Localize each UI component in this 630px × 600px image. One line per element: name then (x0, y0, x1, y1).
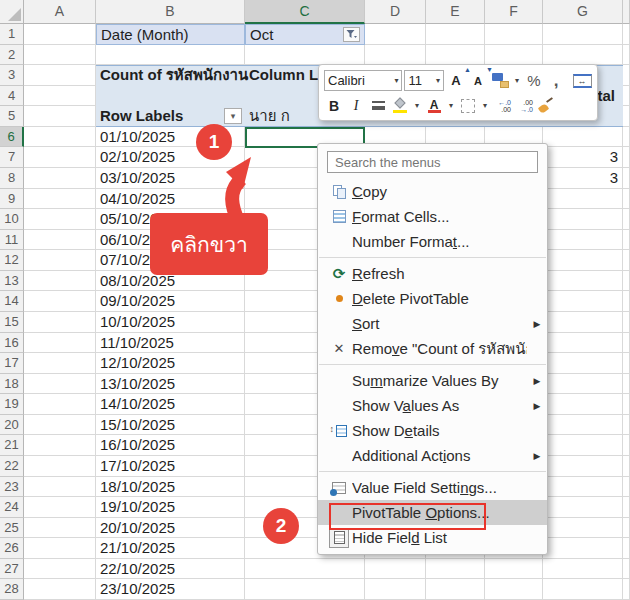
menu-item-refresh[interactable]: ⟳Refresh (318, 261, 547, 286)
date-cell[interactable]: 14/10/2025 (96, 394, 245, 415)
row-header-15[interactable]: 15 (0, 312, 24, 333)
date-cell[interactable]: 15/10/2025 (96, 415, 245, 436)
row-header-11[interactable]: 11 (0, 230, 24, 251)
menu-separator (319, 257, 546, 258)
menu-item-delete-pivottable[interactable]: Delete PivotTable (318, 286, 547, 311)
row-header-26[interactable]: 26 (0, 538, 24, 559)
date-cell[interactable]: 21/10/2025 (96, 538, 245, 559)
select-all-corner[interactable] (0, 0, 24, 24)
grow-font-button[interactable]: A▲ (446, 70, 466, 91)
row-header-22[interactable]: 22 (0, 456, 24, 477)
column-header-A[interactable]: A (24, 0, 96, 24)
grand-total-value[interactable]: 3 (543, 147, 623, 168)
pivottable-options-highlight-box (329, 503, 486, 530)
column-header-D[interactable]: D (365, 0, 426, 24)
shrink-font-button[interactable]: A▼ (468, 70, 488, 91)
date-cell[interactable]: 11/10/2025 (96, 333, 245, 354)
date-cell[interactable]: 19/10/2025 (96, 497, 245, 518)
row-header-24[interactable]: 24 (0, 497, 24, 518)
row-header-8[interactable]: 8 (0, 168, 24, 189)
row-labels-dropdown-button[interactable]: ▾ (224, 108, 242, 124)
decrease-decimal-button[interactable]: .00→.0 (514, 95, 534, 116)
chevron-down-icon[interactable]: ▾ (512, 76, 522, 85)
date-cell[interactable]: 12/10/2025 (96, 353, 245, 374)
date-cell[interactable]: 20/10/2025 (96, 518, 245, 539)
row-header-5[interactable]: 5 (0, 106, 24, 127)
column-header-E[interactable]: E (426, 0, 485, 24)
row-header-9[interactable]: 9 (0, 189, 24, 210)
menu-item-number-format[interactable]: Number Format... (318, 229, 547, 254)
column-header-partial[interactable] (623, 0, 630, 24)
row-header-25[interactable]: 25 (0, 518, 24, 539)
chevron-down-icon[interactable]: ▾ (446, 101, 456, 110)
font-size-combo[interactable]: 11 ▾ (404, 70, 444, 91)
font-name-combo[interactable]: Calibri ▾ (324, 70, 402, 91)
row-header-13[interactable]: 13 (0, 271, 24, 292)
comma-style-button[interactable]: , (546, 70, 566, 91)
date-cell[interactable]: 03/10/2025 (96, 168, 245, 189)
menu-item-label: Remove "Count of รหัสพนักงาน" (352, 337, 527, 361)
date-cell[interactable]: 04/10/2025 (96, 189, 245, 210)
menu-item-additional-actions[interactable]: Additional Actions▶ (318, 443, 547, 468)
row-header-28[interactable]: 28 (0, 579, 24, 600)
date-cell[interactable]: 18/10/2025 (96, 477, 245, 498)
date-cell[interactable]: 23/10/2025 (96, 579, 245, 600)
chevron-down-icon[interactable]: ▾ (480, 101, 490, 110)
pivot-filter-field-cell[interactable]: Date (Month) (96, 24, 245, 45)
menu-item-value-field-settings[interactable]: Value Field Settings... (318, 475, 547, 500)
date-cell[interactable]: 16/10/2025 (96, 435, 245, 456)
row-header-1[interactable]: 1 (0, 24, 24, 45)
font-color-button[interactable]: A (424, 95, 444, 116)
menu-item-sort[interactable]: Sort▶ (318, 311, 547, 336)
percent-style-button[interactable]: % (524, 70, 544, 91)
row-header-27[interactable]: 27 (0, 559, 24, 580)
menu-item-show-details[interactable]: ↕Show Details (318, 418, 547, 443)
borders-button[interactable] (458, 95, 478, 116)
date-cell[interactable]: 22/10/2025 (96, 559, 245, 580)
row-header-14[interactable]: 14 (0, 291, 24, 312)
row-header-2[interactable]: 2 (0, 45, 24, 66)
details-icon: ↕ (326, 425, 352, 437)
row-header-18[interactable]: 18 (0, 374, 24, 395)
row-header-12[interactable]: 12 (0, 250, 24, 271)
column-header-G[interactable]: G (543, 0, 623, 24)
increase-decimal-button[interactable]: ←.0.00 (492, 95, 512, 116)
row-header-7[interactable]: 7 (0, 147, 24, 168)
date-cell[interactable]: 09/10/2025 (96, 291, 245, 312)
menu-item-remove-count-of[interactable]: ✕Remove "Count of รหัสพนักงาน" (318, 336, 547, 361)
cell-styles-button[interactable] (490, 70, 510, 91)
chevron-down-icon[interactable]: ▾ (412, 101, 422, 110)
mini-format-toolbar: Calibri ▾ 11 ▾ A▲ A▼ ▾ % , ↔ B I ▾ A ▾ ▾ (318, 64, 598, 121)
menu-item-format-cells[interactable]: Format Cells... (318, 204, 547, 229)
fill-color-button[interactable] (390, 95, 410, 116)
bold-button[interactable]: B (324, 95, 344, 116)
menu-item-summarize-values-by[interactable]: Summarize Values By▶ (318, 368, 547, 393)
date-cell[interactable]: 13/10/2025 (96, 374, 245, 395)
column-header-B[interactable]: B (96, 0, 245, 24)
filter-funnel-button[interactable] (343, 27, 360, 42)
row-header-16[interactable]: 16 (0, 333, 24, 354)
step-2-badge: 2 (263, 508, 299, 544)
column-header-F[interactable]: F (485, 0, 543, 24)
row-header-20[interactable]: 20 (0, 415, 24, 436)
date-cell[interactable]: 10/10/2025 (96, 312, 245, 333)
row-header-21[interactable]: 21 (0, 435, 24, 456)
row-header-23[interactable]: 23 (0, 477, 24, 498)
align-button[interactable] (368, 95, 388, 116)
row-header-3[interactable]: 3 (0, 65, 24, 86)
format-painter-button[interactable] (536, 95, 556, 116)
menu-item-show-values-as[interactable]: Show Values As▶ (318, 393, 547, 418)
column-width-button[interactable]: ↔ (572, 70, 592, 91)
row-header-6[interactable]: 6 (0, 127, 24, 148)
row-header-19[interactable]: 19 (0, 394, 24, 415)
row-header-10[interactable]: 10 (0, 209, 24, 230)
column-header-C[interactable]: C (245, 0, 365, 24)
row-header-4[interactable]: 4 (0, 86, 24, 107)
row-header-17[interactable]: 17 (0, 353, 24, 374)
pivot-row-labels-cell[interactable]: Row Labels (96, 106, 245, 127)
search-input[interactable] (327, 151, 538, 173)
italic-button[interactable]: I (346, 95, 366, 116)
menu-item-copy[interactable]: Copy (318, 179, 547, 204)
grand-total-value[interactable]: 3 (543, 168, 623, 189)
date-cell[interactable]: 17/10/2025 (96, 456, 245, 477)
